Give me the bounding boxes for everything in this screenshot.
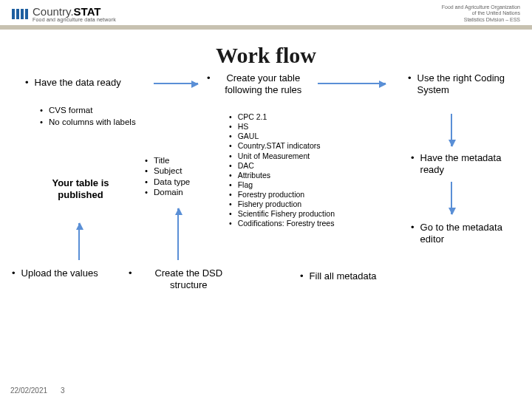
footer-date: 22/02/2021	[10, 386, 47, 395]
workflow-canvas: Have the data ready CVS format No column…	[0, 77, 532, 395]
step-goto-editor: Go to the metadata editor	[411, 222, 514, 246]
step-create-table: Create your table following the rules	[207, 72, 310, 97]
brand-tagline: Food and agriculture data network	[33, 17, 116, 22]
step-use-coding: Use the right Coding System	[408, 72, 511, 97]
step-fill-metadata: Fill all metadata	[300, 270, 389, 282]
slide-header: Country.STAT Food and agriculture data n…	[0, 0, 532, 25]
org-name: Food and Agriculture Organization of the…	[442, 4, 520, 23]
brand-name: Country.STAT	[33, 6, 116, 17]
have-data-sub-a: CVS format	[40, 105, 92, 115]
step-have-metadata: Have the metadata ready	[411, 152, 514, 177]
step-have-data: Have the data ready	[25, 77, 151, 89]
slide-footer: 22/02/2021 3	[10, 386, 65, 395]
arrow-7-up	[177, 208, 179, 260]
footer-page: 3	[61, 386, 65, 395]
brand-bars-icon	[12, 9, 28, 19]
step-upload-values: Upload the values	[12, 267, 100, 279]
step-create-dsd: Create the DSD structure	[129, 267, 239, 292]
arrow-3-to-4	[451, 114, 452, 146]
have-data-sub-b: No columns with labels	[40, 117, 136, 127]
arrow-4-to-5	[451, 182, 452, 214]
arrow-2-to-3	[318, 83, 386, 84]
slide-title: Work flow	[0, 43, 532, 68]
step-published: Your table is published	[47, 177, 114, 202]
brand-left: Country.STAT Food and agriculture data n…	[12, 6, 116, 22]
arrow-published-up	[78, 223, 80, 260]
header-divider	[0, 25, 532, 30]
dsd-sub-list: Title Subject Data type Domain	[145, 155, 190, 198]
arrow-1-to-2	[154, 83, 198, 84]
coding-list: CPC 2.1 HS GAUL Country.STAT indicators …	[229, 112, 399, 229]
